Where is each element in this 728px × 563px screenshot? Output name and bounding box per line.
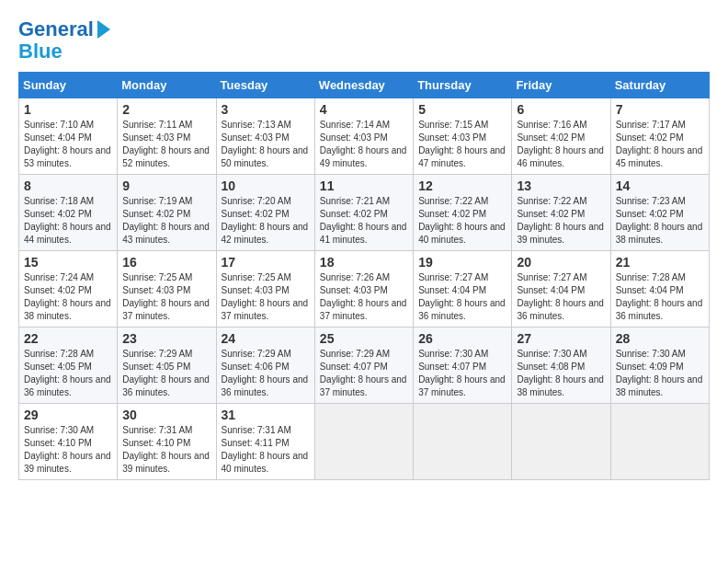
calendar-cell: 29Sunrise: 7:30 AMSunset: 4:10 PMDayligh…	[19, 404, 118, 480]
day-number: 2	[122, 102, 210, 117]
calendar-cell: 25Sunrise: 7:29 AMSunset: 4:07 PMDayligh…	[314, 327, 413, 404]
day-number: 23	[122, 331, 210, 346]
calendar-cell: 28Sunrise: 7:30 AMSunset: 4:09 PMDayligh…	[610, 327, 709, 404]
day-info: Sunrise: 7:30 AMSunset: 4:08 PMDaylight:…	[517, 348, 605, 399]
day-number: 30	[122, 408, 210, 422]
day-info: Sunrise: 7:15 AMSunset: 4:03 PMDaylight:…	[418, 119, 506, 170]
calendar-cell: 13Sunrise: 7:22 AMSunset: 4:02 PMDayligh…	[512, 175, 610, 251]
header-cell-saturday: Saturday	[610, 73, 709, 98]
day-number: 1	[24, 102, 112, 117]
calendar-cell: 12Sunrise: 7:22 AMSunset: 4:02 PMDayligh…	[414, 175, 512, 251]
day-info: Sunrise: 7:29 AMSunset: 4:05 PMDaylight:…	[122, 348, 210, 399]
day-info: Sunrise: 7:19 AMSunset: 4:02 PMDaylight:…	[122, 195, 210, 247]
day-number: 11	[320, 178, 408, 193]
day-info: Sunrise: 7:20 AMSunset: 4:02 PMDaylight:…	[222, 195, 310, 247]
week-row-5: 29Sunrise: 7:30 AMSunset: 4:10 PMDayligh…	[19, 404, 710, 480]
logo-blue-text: Blue	[18, 40, 63, 63]
day-info: Sunrise: 7:31 AMSunset: 4:10 PMDaylight:…	[122, 424, 210, 476]
week-row-2: 8Sunrise: 7:18 AMSunset: 4:02 PMDaylight…	[19, 175, 710, 251]
day-info: Sunrise: 7:26 AMSunset: 4:03 PMDaylight:…	[320, 271, 408, 323]
day-info: Sunrise: 7:14 AMSunset: 4:03 PMDaylight:…	[320, 119, 408, 170]
day-number: 17	[222, 255, 310, 270]
day-number: 16	[122, 255, 210, 270]
day-number: 8	[24, 178, 112, 193]
calendar-cell: 20Sunrise: 7:27 AMSunset: 4:04 PMDayligh…	[512, 251, 610, 327]
calendar-table: SundayMondayTuesdayWednesdayThursdayFrid…	[18, 72, 710, 480]
calendar-cell: 24Sunrise: 7:29 AMSunset: 4:06 PMDayligh…	[216, 327, 314, 404]
calendar-cell: 27Sunrise: 7:30 AMSunset: 4:08 PMDayligh…	[512, 327, 610, 404]
day-info: Sunrise: 7:29 AMSunset: 4:07 PMDaylight:…	[320, 348, 408, 399]
calendar-cell	[512, 404, 610, 480]
day-number: 10	[222, 178, 310, 193]
calendar-cell: 9Sunrise: 7:19 AMSunset: 4:02 PMDaylight…	[118, 175, 216, 251]
day-info: Sunrise: 7:13 AMSunset: 4:03 PMDaylight:…	[222, 119, 310, 170]
calendar-cell: 19Sunrise: 7:27 AMSunset: 4:04 PMDayligh…	[414, 251, 512, 327]
week-row-4: 22Sunrise: 7:28 AMSunset: 4:05 PMDayligh…	[19, 327, 710, 404]
day-info: Sunrise: 7:22 AMSunset: 4:02 PMDaylight:…	[517, 195, 605, 247]
calendar-cell: 2Sunrise: 7:11 AMSunset: 4:03 PMDaylight…	[118, 98, 216, 175]
calendar-cell: 5Sunrise: 7:15 AMSunset: 4:03 PMDaylight…	[414, 98, 512, 175]
calendar-cell: 16Sunrise: 7:25 AMSunset: 4:03 PMDayligh…	[118, 251, 216, 327]
day-info: Sunrise: 7:11 AMSunset: 4:03 PMDaylight:…	[122, 119, 210, 170]
day-info: Sunrise: 7:30 AMSunset: 4:09 PMDaylight:…	[616, 348, 704, 399]
calendar-cell	[610, 404, 709, 480]
calendar-cell: 22Sunrise: 7:28 AMSunset: 4:05 PMDayligh…	[19, 327, 118, 404]
day-number: 28	[616, 331, 704, 346]
day-info: Sunrise: 7:28 AMSunset: 4:04 PMDaylight:…	[616, 271, 704, 323]
day-info: Sunrise: 7:18 AMSunset: 4:02 PMDaylight:…	[24, 195, 112, 247]
header-cell-monday: Monday	[118, 73, 216, 98]
logo-text: General	[18, 18, 94, 40]
calendar-cell	[414, 404, 512, 480]
day-number: 24	[222, 331, 310, 346]
day-number: 5	[418, 102, 506, 117]
calendar-cell: 30Sunrise: 7:31 AMSunset: 4:10 PMDayligh…	[118, 404, 216, 480]
page-header: General Blue	[18, 18, 710, 63]
header-cell-friday: Friday	[512, 73, 610, 98]
day-info: Sunrise: 7:10 AMSunset: 4:04 PMDaylight:…	[24, 119, 112, 170]
day-number: 27	[517, 331, 605, 346]
calendar-cell: 31Sunrise: 7:31 AMSunset: 4:11 PMDayligh…	[216, 404, 314, 480]
logo: General Blue	[18, 18, 110, 63]
calendar-cell: 18Sunrise: 7:26 AMSunset: 4:03 PMDayligh…	[314, 251, 413, 327]
day-number: 12	[418, 178, 506, 193]
day-number: 29	[24, 408, 112, 422]
calendar-cell	[314, 404, 413, 480]
day-info: Sunrise: 7:17 AMSunset: 4:02 PMDaylight:…	[616, 119, 704, 170]
calendar-cell: 26Sunrise: 7:30 AMSunset: 4:07 PMDayligh…	[414, 327, 512, 404]
day-number: 4	[320, 102, 408, 117]
calendar-cell: 3Sunrise: 7:13 AMSunset: 4:03 PMDaylight…	[216, 98, 314, 175]
day-number: 13	[517, 178, 605, 193]
calendar-cell: 15Sunrise: 7:24 AMSunset: 4:02 PMDayligh…	[19, 251, 118, 327]
header-cell-tuesday: Tuesday	[216, 73, 314, 98]
day-info: Sunrise: 7:29 AMSunset: 4:06 PMDaylight:…	[222, 348, 310, 399]
calendar-cell: 21Sunrise: 7:28 AMSunset: 4:04 PMDayligh…	[610, 251, 709, 327]
logo-arrow-icon	[97, 20, 110, 39]
day-info: Sunrise: 7:23 AMSunset: 4:02 PMDaylight:…	[616, 195, 704, 247]
day-number: 6	[517, 102, 605, 117]
day-info: Sunrise: 7:31 AMSunset: 4:11 PMDaylight:…	[222, 424, 310, 476]
day-info: Sunrise: 7:21 AMSunset: 4:02 PMDaylight:…	[320, 195, 408, 247]
calendar-cell: 7Sunrise: 7:17 AMSunset: 4:02 PMDaylight…	[610, 98, 709, 175]
day-number: 21	[616, 255, 704, 270]
day-number: 25	[320, 331, 408, 346]
day-info: Sunrise: 7:27 AMSunset: 4:04 PMDaylight:…	[418, 271, 506, 323]
header-cell-sunday: Sunday	[19, 73, 118, 98]
day-info: Sunrise: 7:25 AMSunset: 4:03 PMDaylight:…	[122, 271, 210, 323]
day-info: Sunrise: 7:25 AMSunset: 4:03 PMDaylight:…	[222, 271, 310, 323]
header-row: SundayMondayTuesdayWednesdayThursdayFrid…	[19, 73, 710, 98]
day-info: Sunrise: 7:30 AMSunset: 4:07 PMDaylight:…	[418, 348, 506, 399]
week-row-3: 15Sunrise: 7:24 AMSunset: 4:02 PMDayligh…	[19, 251, 710, 327]
day-number: 26	[418, 331, 506, 346]
calendar-cell: 23Sunrise: 7:29 AMSunset: 4:05 PMDayligh…	[118, 327, 216, 404]
calendar-cell: 14Sunrise: 7:23 AMSunset: 4:02 PMDayligh…	[610, 175, 709, 251]
day-number: 31	[222, 408, 310, 422]
calendar-cell: 11Sunrise: 7:21 AMSunset: 4:02 PMDayligh…	[314, 175, 413, 251]
calendar-cell: 8Sunrise: 7:18 AMSunset: 4:02 PMDaylight…	[19, 175, 118, 251]
day-number: 18	[320, 255, 408, 270]
calendar-cell: 1Sunrise: 7:10 AMSunset: 4:04 PMDaylight…	[19, 98, 118, 175]
calendar-cell: 6Sunrise: 7:16 AMSunset: 4:02 PMDaylight…	[512, 98, 610, 175]
day-number: 22	[24, 331, 112, 346]
day-info: Sunrise: 7:30 AMSunset: 4:10 PMDaylight:…	[24, 424, 112, 476]
calendar-cell: 17Sunrise: 7:25 AMSunset: 4:03 PMDayligh…	[216, 251, 314, 327]
day-number: 3	[222, 102, 310, 117]
